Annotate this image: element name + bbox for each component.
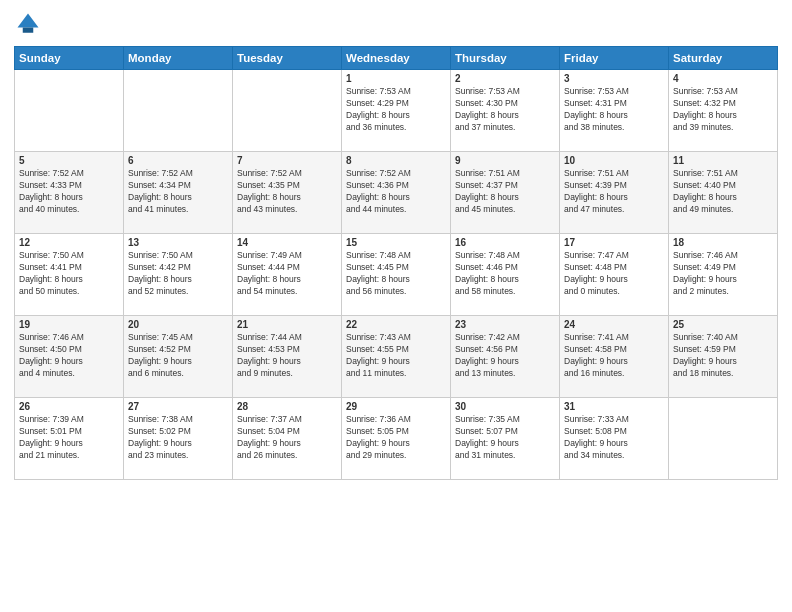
day-number: 18 (673, 237, 773, 248)
day-number: 14 (237, 237, 337, 248)
day-cell: 15Sunrise: 7:48 AM Sunset: 4:45 PM Dayli… (342, 234, 451, 316)
day-number: 5 (19, 155, 119, 166)
day-cell: 7Sunrise: 7:52 AM Sunset: 4:35 PM Daylig… (233, 152, 342, 234)
day-number: 23 (455, 319, 555, 330)
day-cell: 3Sunrise: 7:53 AM Sunset: 4:31 PM Daylig… (560, 70, 669, 152)
day-number: 27 (128, 401, 228, 412)
day-cell: 10Sunrise: 7:51 AM Sunset: 4:39 PM Dayli… (560, 152, 669, 234)
week-row-2: 5Sunrise: 7:52 AM Sunset: 4:33 PM Daylig… (15, 152, 778, 234)
day-cell: 25Sunrise: 7:40 AM Sunset: 4:59 PM Dayli… (669, 316, 778, 398)
day-info: Sunrise: 7:40 AM Sunset: 4:59 PM Dayligh… (673, 332, 773, 380)
day-number: 10 (564, 155, 664, 166)
day-info: Sunrise: 7:53 AM Sunset: 4:32 PM Dayligh… (673, 86, 773, 134)
day-cell: 13Sunrise: 7:50 AM Sunset: 4:42 PM Dayli… (124, 234, 233, 316)
day-cell: 11Sunrise: 7:51 AM Sunset: 4:40 PM Dayli… (669, 152, 778, 234)
day-cell: 28Sunrise: 7:37 AM Sunset: 5:04 PM Dayli… (233, 398, 342, 480)
column-header-saturday: Saturday (669, 47, 778, 70)
day-number: 6 (128, 155, 228, 166)
day-info: Sunrise: 7:35 AM Sunset: 5:07 PM Dayligh… (455, 414, 555, 462)
day-info: Sunrise: 7:50 AM Sunset: 4:42 PM Dayligh… (128, 250, 228, 298)
day-cell: 30Sunrise: 7:35 AM Sunset: 5:07 PM Dayli… (451, 398, 560, 480)
day-cell: 9Sunrise: 7:51 AM Sunset: 4:37 PM Daylig… (451, 152, 560, 234)
calendar-header: SundayMondayTuesdayWednesdayThursdayFrid… (15, 47, 778, 70)
day-info: Sunrise: 7:52 AM Sunset: 4:36 PM Dayligh… (346, 168, 446, 216)
day-cell: 29Sunrise: 7:36 AM Sunset: 5:05 PM Dayli… (342, 398, 451, 480)
column-header-thursday: Thursday (451, 47, 560, 70)
day-cell: 31Sunrise: 7:33 AM Sunset: 5:08 PM Dayli… (560, 398, 669, 480)
day-cell: 2Sunrise: 7:53 AM Sunset: 4:30 PM Daylig… (451, 70, 560, 152)
column-header-friday: Friday (560, 47, 669, 70)
day-info: Sunrise: 7:42 AM Sunset: 4:56 PM Dayligh… (455, 332, 555, 380)
day-info: Sunrise: 7:48 AM Sunset: 4:46 PM Dayligh… (455, 250, 555, 298)
day-cell (233, 70, 342, 152)
calendar-body: 1Sunrise: 7:53 AM Sunset: 4:29 PM Daylig… (15, 70, 778, 480)
day-cell: 19Sunrise: 7:46 AM Sunset: 4:50 PM Dayli… (15, 316, 124, 398)
day-info: Sunrise: 7:52 AM Sunset: 4:33 PM Dayligh… (19, 168, 119, 216)
day-number: 17 (564, 237, 664, 248)
day-cell (669, 398, 778, 480)
day-info: Sunrise: 7:51 AM Sunset: 4:40 PM Dayligh… (673, 168, 773, 216)
day-cell: 17Sunrise: 7:47 AM Sunset: 4:48 PM Dayli… (560, 234, 669, 316)
day-number: 13 (128, 237, 228, 248)
day-number: 2 (455, 73, 555, 84)
day-number: 20 (128, 319, 228, 330)
day-number: 11 (673, 155, 773, 166)
day-info: Sunrise: 7:44 AM Sunset: 4:53 PM Dayligh… (237, 332, 337, 380)
day-cell: 27Sunrise: 7:38 AM Sunset: 5:02 PM Dayli… (124, 398, 233, 480)
day-cell: 21Sunrise: 7:44 AM Sunset: 4:53 PM Dayli… (233, 316, 342, 398)
column-header-monday: Monday (124, 47, 233, 70)
day-number: 25 (673, 319, 773, 330)
day-info: Sunrise: 7:41 AM Sunset: 4:58 PM Dayligh… (564, 332, 664, 380)
day-cell: 4Sunrise: 7:53 AM Sunset: 4:32 PM Daylig… (669, 70, 778, 152)
day-number: 12 (19, 237, 119, 248)
day-number: 4 (673, 73, 773, 84)
day-info: Sunrise: 7:33 AM Sunset: 5:08 PM Dayligh… (564, 414, 664, 462)
day-cell: 14Sunrise: 7:49 AM Sunset: 4:44 PM Dayli… (233, 234, 342, 316)
day-info: Sunrise: 7:49 AM Sunset: 4:44 PM Dayligh… (237, 250, 337, 298)
day-headers-row: SundayMondayTuesdayWednesdayThursdayFrid… (15, 47, 778, 70)
logo (14, 10, 46, 38)
day-info: Sunrise: 7:52 AM Sunset: 4:35 PM Dayligh… (237, 168, 337, 216)
day-info: Sunrise: 7:50 AM Sunset: 4:41 PM Dayligh… (19, 250, 119, 298)
day-cell: 20Sunrise: 7:45 AM Sunset: 4:52 PM Dayli… (124, 316, 233, 398)
day-info: Sunrise: 7:51 AM Sunset: 4:37 PM Dayligh… (455, 168, 555, 216)
day-number: 21 (237, 319, 337, 330)
column-header-wednesday: Wednesday (342, 47, 451, 70)
logo-icon (14, 10, 42, 38)
day-number: 1 (346, 73, 446, 84)
day-info: Sunrise: 7:37 AM Sunset: 5:04 PM Dayligh… (237, 414, 337, 462)
day-info: Sunrise: 7:39 AM Sunset: 5:01 PM Dayligh… (19, 414, 119, 462)
day-cell: 5Sunrise: 7:52 AM Sunset: 4:33 PM Daylig… (15, 152, 124, 234)
week-row-4: 19Sunrise: 7:46 AM Sunset: 4:50 PM Dayli… (15, 316, 778, 398)
column-header-tuesday: Tuesday (233, 47, 342, 70)
header (14, 10, 778, 38)
day-cell: 16Sunrise: 7:48 AM Sunset: 4:46 PM Dayli… (451, 234, 560, 316)
day-cell: 1Sunrise: 7:53 AM Sunset: 4:29 PM Daylig… (342, 70, 451, 152)
day-number: 28 (237, 401, 337, 412)
day-cell: 23Sunrise: 7:42 AM Sunset: 4:56 PM Dayli… (451, 316, 560, 398)
column-header-sunday: Sunday (15, 47, 124, 70)
day-cell (124, 70, 233, 152)
day-info: Sunrise: 7:53 AM Sunset: 4:30 PM Dayligh… (455, 86, 555, 134)
day-info: Sunrise: 7:38 AM Sunset: 5:02 PM Dayligh… (128, 414, 228, 462)
day-cell: 22Sunrise: 7:43 AM Sunset: 4:55 PM Dayli… (342, 316, 451, 398)
day-number: 24 (564, 319, 664, 330)
week-row-5: 26Sunrise: 7:39 AM Sunset: 5:01 PM Dayli… (15, 398, 778, 480)
svg-rect-2 (23, 28, 34, 33)
day-info: Sunrise: 7:53 AM Sunset: 4:31 PM Dayligh… (564, 86, 664, 134)
day-cell: 12Sunrise: 7:50 AM Sunset: 4:41 PM Dayli… (15, 234, 124, 316)
day-number: 26 (19, 401, 119, 412)
day-number: 22 (346, 319, 446, 330)
day-info: Sunrise: 7:53 AM Sunset: 4:29 PM Dayligh… (346, 86, 446, 134)
day-cell: 26Sunrise: 7:39 AM Sunset: 5:01 PM Dayli… (15, 398, 124, 480)
day-number: 16 (455, 237, 555, 248)
day-info: Sunrise: 7:46 AM Sunset: 4:50 PM Dayligh… (19, 332, 119, 380)
day-info: Sunrise: 7:51 AM Sunset: 4:39 PM Dayligh… (564, 168, 664, 216)
day-info: Sunrise: 7:43 AM Sunset: 4:55 PM Dayligh… (346, 332, 446, 380)
day-number: 9 (455, 155, 555, 166)
day-number: 7 (237, 155, 337, 166)
day-info: Sunrise: 7:45 AM Sunset: 4:52 PM Dayligh… (128, 332, 228, 380)
day-cell: 8Sunrise: 7:52 AM Sunset: 4:36 PM Daylig… (342, 152, 451, 234)
day-cell: 6Sunrise: 7:52 AM Sunset: 4:34 PM Daylig… (124, 152, 233, 234)
day-number: 3 (564, 73, 664, 84)
